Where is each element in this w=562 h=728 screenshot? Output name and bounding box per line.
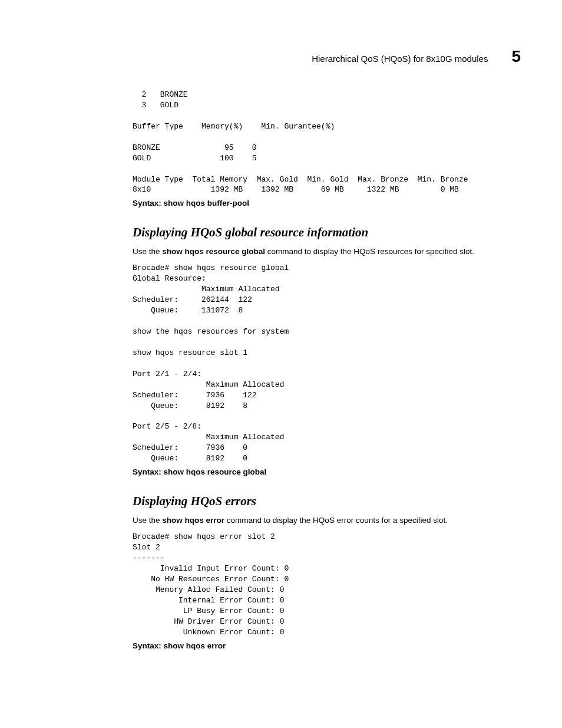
syntax-command: show hqos error xyxy=(164,641,226,650)
para-cmd: show hqos error xyxy=(162,516,224,525)
para-text-pre: Use the xyxy=(133,247,162,256)
para-cmd: show hqos resource global xyxy=(162,247,265,256)
syntax-label: Syntax: xyxy=(133,641,164,650)
para-text-pre: Use the xyxy=(133,516,162,525)
syntax-command: show hqos resource global xyxy=(164,467,267,476)
para-errors: Use the show hqos error command to displ… xyxy=(133,516,521,525)
chapter-number: 5 xyxy=(511,47,521,66)
syntax-label: Syntax: xyxy=(133,199,164,207)
code-block-buffer-pool: 2 BRONZE 3 GOLD Buffer Type Memory(%) Mi… xyxy=(133,90,521,195)
para-text-post: command to display the HQoS resources fo… xyxy=(265,247,474,256)
syntax-label: Syntax: xyxy=(133,467,164,476)
code-block-errors: Brocade# show hqos error slot 2 Slot 2 -… xyxy=(133,532,521,637)
para-global-resource: Use the show hqos resource global comman… xyxy=(133,247,521,256)
syntax-resource-global: Syntax: show hqos resource global xyxy=(133,467,521,476)
syntax-buffer-pool: Syntax: show hqos buffer-pool xyxy=(133,199,521,207)
heading-global-resource: Displaying HQoS global resource informat… xyxy=(133,225,521,240)
heading-errors: Displaying HQoS errors xyxy=(133,494,521,509)
header-title: Hierarchical QoS (HQoS) for 8x10G module… xyxy=(312,54,488,64)
code-block-resource-global: Brocade# show hqos resource global Globa… xyxy=(133,263,521,464)
para-text-post: command to display the HQoS error counts… xyxy=(224,516,448,525)
syntax-command: show hqos buffer-pool xyxy=(164,199,249,207)
syntax-errors: Syntax: show hqos error xyxy=(133,641,521,650)
page-header: Hierarchical QoS (HQoS) for 8x10G module… xyxy=(133,47,521,66)
page: Hierarchical QoS (HQoS) for 8x10G module… xyxy=(0,0,562,728)
